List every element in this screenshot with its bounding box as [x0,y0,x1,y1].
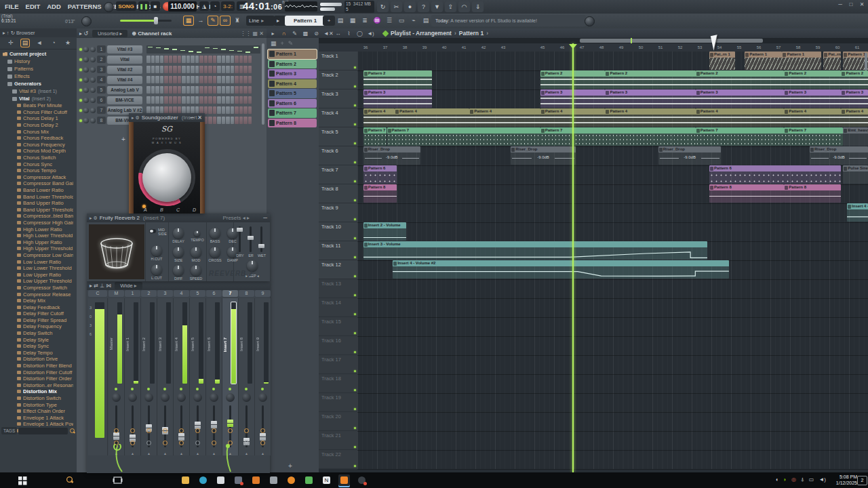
playlist-options-icon[interactable]: ▸ [269,30,277,37]
mixer-strip[interactable]: Insert 4▲ [174,298,190,455]
step-cell[interactable] [235,76,239,83]
snap-selector[interactable]: Line▸ [246,16,275,26]
browser-item[interactable]: Band Lower Threshold [0,193,73,200]
step-cell[interactable] [213,86,217,94]
mixer-strip[interactable]: Insert 6▲ [206,298,222,455]
step-cell[interactable] [155,66,159,73]
step-cell[interactable] [151,96,155,104]
mixer-header-cell[interactable]: 7 [222,290,238,297]
browser-item[interactable]: Vital #3(Insert 1) [0,87,73,95]
clip-pat[interactable]: Pattern 2 [784,70,841,89]
reverb-titlebar[interactable]: ▸ ⚙Fruity Reeverb 2 (Insert 7) Presets ◂… [87,214,270,222]
browser-item[interactable]: Effect Chain Order [0,408,73,415]
channel-number[interactable]: 3 [97,66,106,73]
pattern-item[interactable]: Pattern 1 [268,49,317,59]
playback-tool-icon[interactable]: ◄) [367,30,374,37]
browser-tab-files-icon[interactable]: ▤ [21,39,29,47]
pattern-item[interactable]: Pattern 7 [268,108,317,118]
step-cell[interactable] [235,96,239,104]
step-cell[interactable] [208,76,212,83]
channel-volume-knob[interactable] [90,108,96,113]
browser-item[interactable]: Delay Frequency [0,323,73,330]
track-led[interactable] [354,180,356,182]
mixer-pan-knob[interactable] [210,393,218,402]
step-cell[interactable] [208,106,212,114]
step-cell[interactable] [248,96,252,104]
minimize-button[interactable]: ─ [835,0,845,9]
menu-file[interactable]: FILE [1,0,22,10]
mixer-strip-led[interactable] [163,388,166,390]
tempo-knob[interactable] [194,230,200,237]
track-led[interactable] [354,351,356,353]
browser-header[interactable]: ▸ ↑ ↻ Browser [0,28,77,37]
channel-pan-knob[interactable] [83,108,89,113]
magnet-icon[interactable]: ∩ [280,30,288,37]
channel-enable-led[interactable] [79,99,82,102]
hcut-knob[interactable] [151,245,162,256]
clip-auto[interactable]: Insert 4 - Volume #2 [393,260,729,279]
browser-item[interactable]: Compressor Release [0,291,73,298]
master-volume-knob[interactable] [104,2,114,12]
channel-enable-led[interactable] [79,58,82,61]
browser-item[interactable]: Delay Filter Cutoff [0,310,73,317]
piano-roll-panel-icon[interactable]: ▦ [347,16,358,26]
step-cell[interactable] [231,86,235,94]
history-icon[interactable]: ↻ [377,1,389,12]
mixer-strip-led[interactable] [147,388,150,390]
mixer-strip[interactable]: Insert 5▲ [190,298,206,455]
step-cell[interactable] [222,117,226,124]
chat-icon[interactable]: ◠ [458,1,470,12]
step-cell[interactable] [239,76,243,83]
step-cell[interactable] [204,86,208,94]
track-header[interactable]: Track 2 [319,70,357,89]
step-cell[interactable] [243,117,248,124]
step-cell[interactable] [146,66,151,73]
browser-item[interactable]: Chorus Frequency [0,142,73,148]
browser-tab-recent-icon[interactable]: ◔ [50,39,58,47]
wait-for-input-icon[interactable]: ◔ [210,1,220,11]
browser-item[interactable]: Band Upper Threshold [0,207,73,214]
mixer-pan-knob[interactable] [226,393,235,402]
step-cell[interactable] [213,96,217,104]
track-lane[interactable] [357,355,868,375]
track-led[interactable] [354,123,356,125]
rack-scrollbar[interactable] [262,43,264,125]
browser-item[interactable]: Delay Switch [0,330,73,337]
mixer-header-cell[interactable]: 5 [190,290,205,297]
display-tray-icon[interactable]: ▭ [809,476,814,483]
mixer-header-cell[interactable]: 4 [174,290,189,297]
browser-item[interactable]: Chorus Switch [0,155,73,161]
channel-enable-led[interactable] [79,48,82,51]
save-icon[interactable]: ▼ [431,1,443,12]
clip-pat[interactable]: Pattern 3 [605,89,695,108]
playlist-minimap[interactable] [319,38,868,43]
step-cell[interactable] [239,86,243,94]
fl-studio-icon[interactable] [338,474,350,486]
clip-pat[interactable]: Pattern 2 [363,70,433,89]
mixer-pan-knob[interactable] [177,393,186,402]
step-cell[interactable] [178,86,182,94]
browser-item[interactable]: Beats Per Minute [0,102,73,109]
step-cell[interactable] [169,66,173,73]
nvidia-tray-icon[interactable]: ◗ [783,476,787,483]
soundgoodizer-titlebar[interactable]: ▸ ⚙Soundgoodizer (Insert... ─ ✕ [129,113,205,122]
track-header[interactable]: Track 6 [319,146,357,165]
link-toggle[interactable]: ∞ [220,16,231,26]
track-header[interactable]: Track 3 [319,89,357,108]
step-cell[interactable] [182,56,186,63]
clip-pat[interactable]: Pattern 8 [784,184,841,203]
step-cell[interactable] [151,56,155,63]
browser-panel-icon[interactable]: ☰ [384,16,395,26]
step-cell[interactable] [208,66,212,73]
browser-item[interactable]: Delay Style [0,336,73,343]
browser-item[interactable]: Distortion..er Resonance [0,382,73,389]
mixer-strip-led[interactable] [131,388,134,390]
mixer-strip[interactable]: 3036 [88,298,108,455]
track-led[interactable] [354,332,356,334]
browser-item[interactable]: Compressor Switch [0,285,73,291]
track-led[interactable] [354,465,356,467]
step-cell[interactable] [173,86,177,94]
pattern-item[interactable]: Pattern 8 [268,119,317,128]
sgz-preset-b[interactable]: B [160,207,163,212]
track-lane[interactable] [357,374,868,394]
